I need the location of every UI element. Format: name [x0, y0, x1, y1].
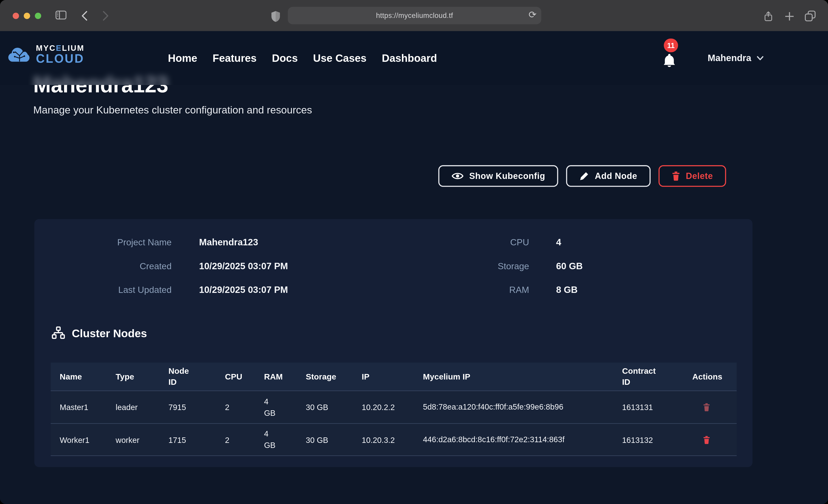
last-updated-label: Last Updated [34, 285, 171, 295]
privacy-shield-icon [271, 10, 280, 22]
user-name: Mahendra [708, 53, 751, 64]
cell-ip: 10.20.3.2 [362, 424, 423, 456]
cell-storage: 30 GB [306, 424, 362, 456]
cell-type: worker [116, 424, 168, 456]
cell-mycelium-ip: 446:d2a6:8bcd:8c16:ff0f:72e2:3114:863f [423, 424, 622, 456]
tab-overview-icon[interactable] [805, 10, 816, 22]
col-type: Type [116, 363, 168, 390]
cluster-nodes-table: Name Type Node ID CPU RAM Storage IP Myc… [51, 363, 737, 456]
site-navbar: Mahendra123 MYCELIUM CLOUD [0, 31, 828, 85]
share-icon[interactable] [764, 10, 773, 22]
table-row: Master1 leader 7915 2 4 GB 30 GB 10.20.2… [51, 390, 737, 423]
project-card: Project Name Mahendra123 Created 10/29/2… [34, 219, 752, 467]
col-cpu: CPU [225, 363, 264, 390]
project-name-value: Mahendra123 [199, 237, 258, 248]
storage-label: Storage [408, 261, 529, 271]
site-logo[interactable]: MYCELIUM CLOUD [7, 44, 85, 65]
browser-chrome: https://myceliumcloud.tf ⟳ [0, 0, 828, 31]
cell-ip: 10.20.2.2 [362, 391, 423, 423]
cpu-label: CPU [408, 237, 529, 248]
minimize-window-button[interactable] [24, 13, 30, 19]
new-tab-icon[interactable] [785, 12, 794, 21]
add-node-button[interactable]: Add Node [566, 165, 650, 187]
cell-actions [693, 424, 737, 456]
nav-item-docs[interactable]: Docs [272, 52, 298, 64]
col-actions: Actions [693, 363, 737, 390]
nav-item-home[interactable]: Home [168, 52, 197, 64]
cell-cpu: 2 [225, 424, 264, 456]
back-icon[interactable] [81, 10, 88, 21]
project-info-right: CPU 4 Storage 60 GB RAM 8 GB [408, 230, 583, 302]
notifications-button[interactable]: 11 [659, 31, 691, 85]
col-node-id: Node ID [168, 363, 225, 390]
eye-icon [451, 172, 463, 180]
cell-actions [693, 391, 737, 423]
project-info-left: Project Name Mahendra123 Created 10/29/2… [34, 230, 288, 302]
ram-label: RAM [408, 285, 529, 295]
browser-window: https://myceliumcloud.tf ⟳ Mahendra123 [0, 0, 828, 504]
page-subtitle: Manage your Kubernetes cluster configura… [33, 104, 312, 116]
cpu-value: 4 [556, 237, 561, 248]
created-label: Created [34, 261, 171, 271]
logo-wordmark: MYCELIUM CLOUD [36, 44, 84, 65]
project-name-label: Project Name [34, 237, 171, 248]
show-kubeconfig-label: Show Kubeconfig [469, 171, 545, 181]
cell-ram: 4 GB [264, 391, 306, 423]
pencil-icon [580, 171, 589, 181]
show-kubeconfig-button[interactable]: Show Kubeconfig [438, 165, 558, 187]
cluster-nodes-heading: Cluster Nodes [51, 326, 147, 340]
sidebar-toggle-icon[interactable] [55, 10, 67, 19]
col-ip: IP [362, 363, 423, 390]
created-value: 10/29/2025 03:07 PM [199, 261, 288, 272]
nav-links: Home Features Docs Use Cases Dashboard [168, 31, 437, 85]
notification-count-badge: 11 [664, 39, 678, 52]
storage-value: 60 GB [556, 261, 583, 272]
col-storage: Storage [306, 363, 362, 390]
nav-item-use-cases[interactable]: Use Cases [313, 52, 367, 64]
delete-cluster-button[interactable]: Delete [658, 165, 726, 187]
cluster-nodes-title: Cluster Nodes [72, 327, 147, 339]
screen: https://myceliumcloud.tf ⟳ Mahendra123 [0, 0, 828, 504]
forward-icon[interactable] [102, 10, 109, 21]
col-contract-id: Contract ID [622, 363, 693, 390]
cluster-nodes-icon [51, 326, 66, 340]
user-menu[interactable]: Mahendra [708, 31, 763, 85]
col-mycelium-ip: Mycelium IP [423, 363, 622, 390]
cell-mycelium-ip: 5d8:78ea:a120:f40c:ff0f:a5fe:99e6:8b96 [423, 391, 622, 423]
fullscreen-window-button[interactable] [35, 13, 41, 19]
chevron-down-icon [756, 55, 763, 60]
cell-contract-id: 1613132 [622, 424, 693, 456]
cell-name: Master1 [51, 391, 116, 423]
col-name: Name [51, 363, 116, 390]
url-text: https://myceliumcloud.tf [376, 12, 453, 19]
cell-storage: 30 GB [306, 391, 362, 423]
cell-contract-id: 1613131 [622, 391, 693, 423]
address-bar[interactable]: https://myceliumcloud.tf ⟳ [288, 7, 541, 24]
col-ram: RAM [264, 363, 306, 390]
trash-icon [671, 171, 680, 181]
cell-cpu: 2 [225, 391, 264, 423]
action-toolbar: Show Kubeconfig Add Node Delete [438, 165, 726, 187]
nav-item-features[interactable]: Features [213, 52, 257, 64]
cell-ram: 4 GB [264, 424, 306, 456]
delete-node-icon[interactable] [703, 435, 710, 444]
cell-type: leader [116, 391, 168, 423]
delete-node-icon[interactable] [703, 403, 710, 412]
add-node-label: Add Node [595, 171, 637, 181]
delete-label: Delete [686, 171, 713, 181]
page-content: Mahendra123 Manage your Kubernetes clust… [0, 85, 828, 504]
nav-item-dashboard[interactable]: Dashboard [382, 52, 437, 64]
cell-name: Worker1 [51, 424, 116, 456]
cell-node-id: 7915 [168, 391, 225, 423]
ram-value: 8 GB [556, 284, 578, 295]
last-updated-value: 10/29/2025 03:07 PM [199, 284, 288, 295]
close-window-button[interactable] [13, 13, 19, 19]
table-row: Worker1 worker 1715 2 4 GB 30 GB 10.20.3… [51, 423, 737, 456]
page-title-blur: Mahendra123 [33, 70, 168, 85]
cell-node-id: 1715 [168, 424, 225, 456]
reload-icon[interactable]: ⟳ [529, 9, 537, 21]
bell-icon [662, 53, 676, 68]
mycelium-cloud-logo-icon [7, 46, 32, 63]
table-header: Name Type Node ID CPU RAM Storage IP Myc… [51, 363, 737, 390]
